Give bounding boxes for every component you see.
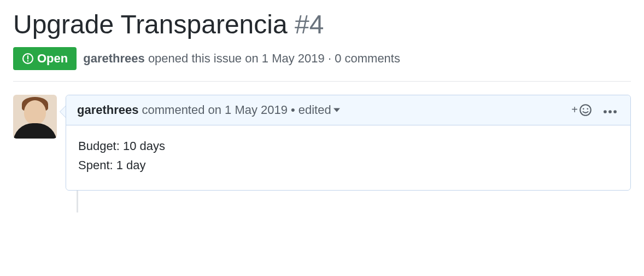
add-reaction-button[interactable]: + (571, 104, 592, 117)
dot-separator: · (328, 51, 335, 65)
issue-byline: garethrees opened this issue on 1 May 20… (83, 51, 400, 66)
comment-arrow-icon (60, 106, 66, 118)
timeline-stem (77, 191, 78, 212)
issue-title: Upgrade Transparencia #4 (13, 9, 631, 41)
issue-open-icon (22, 53, 34, 65)
issue-number: #4 (295, 10, 324, 39)
svg-point-3 (580, 105, 591, 116)
kebab-menu-button[interactable] (601, 103, 619, 117)
comment-body: Budget: 10 days Spent: 1 day (66, 125, 630, 190)
comment-header-left: garethrees commented on 1 May 2019 • edi… (77, 103, 340, 117)
opened-verb: opened this issue (148, 51, 242, 65)
smiley-icon (579, 104, 592, 117)
issue-author-link[interactable]: garethrees (83, 51, 145, 65)
state-badge: Open (13, 47, 77, 70)
svg-point-4 (583, 108, 584, 110)
avatar[interactable] (13, 95, 57, 139)
issue-title-text: Upgrade Transparencia (13, 10, 288, 39)
svg-point-2 (27, 60, 28, 61)
comment-body-line: Spent: 1 day (78, 156, 618, 175)
comment-date: on 1 May 2019 (208, 103, 288, 117)
comment-body-line: Budget: 10 days (78, 136, 618, 156)
comment-container: garethrees commented on 1 May 2019 • edi… (13, 95, 631, 212)
svg-point-6 (604, 110, 607, 113)
svg-point-5 (587, 108, 588, 110)
comment-wrapper: garethrees commented on 1 May 2019 • edi… (66, 95, 631, 212)
state-badge-label: Open (37, 51, 68, 66)
comment-count: 0 comments (335, 51, 400, 65)
opened-date: on 1 May 2019 (245, 51, 325, 65)
issue-title-row: Upgrade Transparencia #4 (13, 9, 631, 41)
issue-meta: Open garethrees opened this issue on 1 M… (13, 47, 631, 82)
svg-point-8 (613, 110, 617, 113)
edited-dropdown[interactable]: edited (298, 103, 340, 117)
bullet-separator: • (291, 103, 295, 117)
caret-down-icon (333, 108, 340, 112)
kebab-icon (603, 110, 617, 114)
plus-icon: + (571, 104, 578, 116)
comment-author-link[interactable]: garethrees (77, 103, 139, 117)
comment-action: commented (142, 103, 205, 117)
svg-point-7 (608, 110, 612, 113)
comment-header: garethrees commented on 1 May 2019 • edi… (66, 95, 630, 125)
comment-box: garethrees commented on 1 May 2019 • edi… (66, 95, 631, 191)
edited-label: edited (298, 103, 331, 117)
comment-header-right: + (571, 103, 619, 117)
